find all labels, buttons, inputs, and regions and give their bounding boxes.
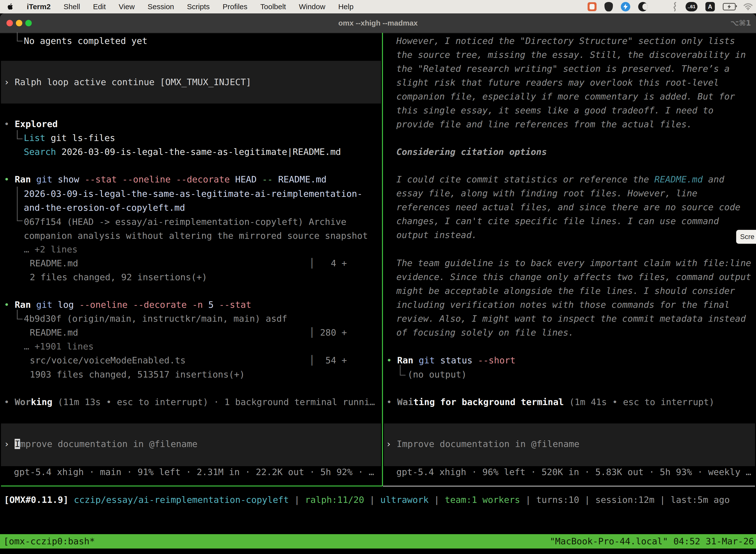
squiggle-icon[interactable] <box>672 2 678 11</box>
text-segment: • <box>4 119 15 129</box>
text-segment: --stat --oneline --decorate <box>84 174 235 184</box>
tmux-session-label[interactable]: [omx-cczip0:bash* <box>3 534 95 549</box>
text-segment: README.md <box>278 174 326 184</box>
menu-item-iterm2[interactable]: iTerm2 <box>27 2 51 11</box>
menu-item-session[interactable]: Session <box>147 2 174 11</box>
explored-heading: • Explored <box>4 117 58 131</box>
text-segment: last:5m ago <box>671 495 730 505</box>
text-segment: | <box>579 495 595 505</box>
moon-circle-icon[interactable] <box>638 2 648 11</box>
ran-git-log-line: • Ran git log --oneline --decorate -n 5 … <box>4 298 251 312</box>
menu-item-toolbelt[interactable]: Toolbelt <box>260 2 286 11</box>
prompt-chevron-icon: › <box>386 439 397 449</box>
text-segment: (11m 13s • esc to interrupt) · 1 backgro… <box>52 397 375 407</box>
text-segment: [OMX#0.11.9] <box>4 495 74 505</box>
window-shortcut-badge: ⌥⌘1 <box>731 13 751 33</box>
git-show-stat-readme: README.md │ 4 + <box>30 257 347 270</box>
screenshot-preview-popup[interactable]: Scre <box>736 230 756 244</box>
prompt-chevron-icon: › <box>4 439 15 449</box>
text-segment: | <box>429 495 445 505</box>
text-segment: git ls-files <box>45 133 115 143</box>
text-cursor: I <box>15 439 20 449</box>
text-segment: --short <box>478 355 515 365</box>
git-show-output-1: 067f154 (HEAD -> essay/ai-reimplementati… <box>24 215 346 229</box>
tree-elbow <box>17 310 22 320</box>
text-segment: List <box>24 133 45 143</box>
git-log-output: 4b9d30f (origin/main, instructkr/main, m… <box>24 312 287 326</box>
active-pane-bottom-border <box>1 486 382 487</box>
reasoning-para2-line: essay file, along with finding root file… <box>396 186 697 200</box>
git-show-wrap-2: and-the-erosion-of-copyleft.md <box>24 201 185 215</box>
menu-item-profiles[interactable]: Profiles <box>223 2 247 11</box>
macos-menu-bar: iTerm2 Shell Edit View Session Scripts P… <box>0 0 756 13</box>
tmux-host-clock: "MacBook-Pro-44.local" 04:52 31-Mar-26 <box>550 534 754 549</box>
window-title-bar: omx --xhigh --madmax ⌥⌘1 <box>0 13 756 33</box>
text-segment: --oneline --decorate <box>79 299 192 310</box>
menu-item-scripts[interactable]: Scripts <box>187 2 210 11</box>
ran-git-show-line: • Ran git show --stat --oneline --decora… <box>4 172 327 186</box>
text-segment: git <box>36 299 58 310</box>
reasoning-para1-line: However, I noticed the "Directory Struct… <box>396 34 735 48</box>
tree-elbow <box>17 187 22 221</box>
omx-status-line: [OMX#0.11.9] cczip/essay/ai-reimplementa… <box>4 493 730 507</box>
wifi-icon[interactable] <box>744 3 753 10</box>
text-segment: • <box>4 397 15 407</box>
readme-link[interactable]: README.md <box>654 174 703 184</box>
menu-item-edit[interactable]: Edit <box>93 2 106 11</box>
text-segment: --stat <box>219 299 251 310</box>
shield-grid-icon[interactable] <box>605 2 613 11</box>
menu-item-help[interactable]: Help <box>338 2 354 11</box>
dots-grid-icon[interactable] <box>655 2 664 11</box>
explored-search-line: Search 2026-03-09-is-legal-the-same-as-l… <box>24 145 341 159</box>
screenshot-app-icon[interactable] <box>587 2 596 11</box>
no-agents-note: No agents completed yet <box>24 34 147 48</box>
text-segment: status <box>440 355 478 365</box>
tree-elbow <box>400 365 405 376</box>
reasoning-para1-line: provide file and line references from th… <box>396 117 692 131</box>
left-prompt-line[interactable]: › Improve documentation in @filename <box>4 437 197 451</box>
text-segment: ralph:11/20 <box>305 495 364 505</box>
reasoning-para2-line: output instead. <box>396 228 477 242</box>
menu-item-view[interactable]: View <box>119 2 135 11</box>
reasoning-para1-line: the "Related research writing" section i… <box>396 62 730 76</box>
right-prompt-line[interactable]: › Improve documentation in @filename <box>386 437 579 451</box>
reasoning-para1-line: this single essay, it seems like a good … <box>396 104 713 117</box>
text-segment: HEAD <box>235 174 262 184</box>
menu-item-window[interactable]: Window <box>299 2 325 11</box>
reasoning-para1-line: slight risk that future readers may over… <box>396 76 719 90</box>
reasoning-para2-line: I could cite commit statistics or refere… <box>396 172 724 186</box>
text-segment: ultrawork <box>380 495 429 505</box>
text-segment: turns:10 <box>536 495 579 505</box>
waiting-status-line: • Waiting for background terminal (1m 41… <box>386 395 714 409</box>
left-model-status-line: gpt-5.4 xhigh · main · 91% left · 2.31M … <box>14 465 374 479</box>
text-segment: git <box>419 355 440 365</box>
ran-git-status-line: • Ran git status --short <box>386 353 515 367</box>
reasoning-para2-line: changes, I can't cite specific file line… <box>396 214 719 228</box>
reasoning-para2-line: references need actual files, and since … <box>396 200 740 214</box>
tree-elbow <box>17 32 22 42</box>
text-segment: 2026-03-09-is-legal-the-same-as-legitima… <box>56 147 341 157</box>
bolt-badge-icon[interactable] <box>621 2 630 11</box>
ralph-inject-line: › Ralph loop active continue [OMX_TMUX_I… <box>4 75 251 89</box>
text-segment: Ran <box>397 355 419 365</box>
git-show-wrap-1: 2026-03-09-is-legal-the-same-as-legitima… <box>24 187 362 201</box>
apple-menu-icon[interactable] <box>7 3 14 10</box>
reasoning-para1-line: the source tree, missing the essay. Stil… <box>396 48 746 62</box>
text-segment: 5 <box>208 299 219 310</box>
menu-item-shell[interactable]: Shell <box>63 2 80 11</box>
text-segment: Explored <box>15 119 58 129</box>
text-segment: -- <box>262 174 278 184</box>
text-segment: • <box>4 174 15 184</box>
input-source-icon[interactable]: A <box>705 2 715 11</box>
reasoning-para3-line: The team guideline is to back every impo… <box>396 256 751 270</box>
inactive-pane-bottom-border <box>383 486 755 487</box>
text-segment: team:1 workers <box>445 495 520 505</box>
git-show-more-lines: … +2 lines <box>24 242 78 257</box>
battery-percent-icon[interactable]: ..61 <box>686 2 697 11</box>
text-segment: session:12m <box>595 495 654 505</box>
pane-divider[interactable] <box>382 33 383 486</box>
working-status-line: • Working (11m 13s • esc to interrupt) ·… <box>4 395 375 409</box>
text-segment: Ran <box>15 299 36 310</box>
text-segment: (1m 41s • esc to interrupt) <box>564 397 714 407</box>
battery-icon[interactable] <box>723 3 736 10</box>
